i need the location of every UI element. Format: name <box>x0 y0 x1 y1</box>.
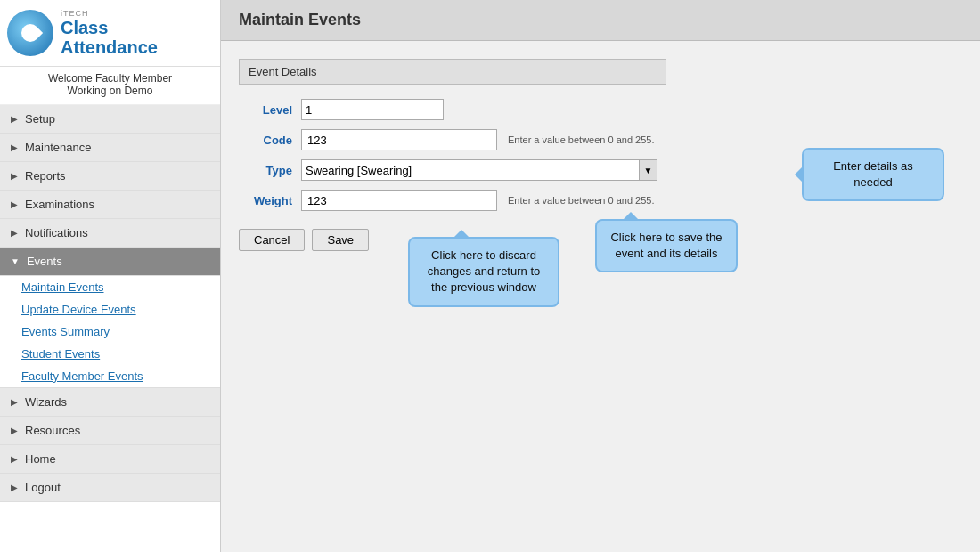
sidebar-subnav-maintain-events[interactable]: Maintain Events <box>0 276 220 298</box>
chevron-right-icon: ▶ <box>11 171 18 181</box>
app-logo <box>7 10 53 56</box>
save-tooltip-text: Click here to save the event and its det… <box>610 231 722 260</box>
sidebar-subnav-update-device-events[interactable]: Update Device Events <box>0 298 220 321</box>
type-select-wrap: Swearing [Swearing] Tardiness [Tardiness… <box>301 159 657 181</box>
sidebar-subnav-student-events[interactable]: Student Events <box>0 343 220 365</box>
chevron-right-icon: ▶ <box>11 483 18 492</box>
cancel-button[interactable]: Cancel <box>239 229 305 251</box>
page-header: Maintain Events <box>221 0 980 41</box>
sidebar-subnav-faculty-member-events[interactable]: Faculty Member Events <box>0 365 220 387</box>
level-label: Level <box>239 103 292 117</box>
sidebar-subnav-events-summary[interactable]: Events Summary <box>0 321 220 343</box>
level-select[interactable]: 1 2 3 <box>301 99 444 120</box>
chevron-right-icon: ▶ <box>11 199 18 209</box>
welcome-line2: Working on Demo <box>7 85 213 97</box>
level-row: Level 1 2 3 <box>239 99 962 120</box>
sidebar-item-home[interactable]: ▶ Home <box>0 445 220 474</box>
weight-label: Weight <box>239 194 292 207</box>
itech-label: iTECH <box>61 9 158 18</box>
sidebar-item-label: Logout <box>25 481 61 494</box>
level-select-wrap: 1 2 3 <box>301 99 444 120</box>
sidebar-item-examinations[interactable]: ▶ Examinations <box>0 191 220 219</box>
type-select[interactable]: Swearing [Swearing] Tardiness [Tardiness… <box>301 159 640 181</box>
code-hint: Enter a value between 0 and 255. <box>508 134 655 145</box>
sidebar-item-label: Setup <box>25 112 55 126</box>
enter-details-text: Enter details as needed <box>833 159 913 189</box>
chevron-right-icon: ▶ <box>11 114 18 124</box>
sidebar-item-label: Notifications <box>25 226 88 239</box>
code-label: Code <box>239 134 292 147</box>
save-tooltip: Click here to save the event and its det… <box>595 219 738 272</box>
sidebar-header: iTECH Class Attendance <box>0 0 220 67</box>
sidebar-item-label: Events <box>27 255 62 268</box>
sidebar-item-maintenance[interactable]: ▶ Maintenance <box>0 134 220 162</box>
sidebar-item-label: Home <box>25 452 56 466</box>
chevron-right-icon: ▶ <box>11 142 18 152</box>
app-title-attendance: Attendance <box>61 37 158 57</box>
sidebar-item-label: Reports <box>25 169 66 183</box>
page-title: Maintain Events <box>239 11 962 29</box>
sidebar-item-logout[interactable]: ▶ Logout <box>0 474 220 502</box>
welcome-block: Welcome Faculty Member Working on Demo <box>0 67 220 105</box>
sidebar-item-setup[interactable]: ▶ Setup <box>0 105 220 134</box>
chevron-right-icon: ▶ <box>11 228 18 238</box>
weight-input[interactable] <box>301 190 497 211</box>
form-section-title: Event Details <box>239 59 666 85</box>
sidebar-item-label: Wizards <box>25 395 67 409</box>
chevron-down-icon: ▼ <box>11 256 20 266</box>
app-title-block: iTECH Class Attendance <box>61 9 158 57</box>
sidebar-item-label: Examinations <box>25 198 94 211</box>
sidebar-item-wizards[interactable]: ▶ Wizards <box>0 388 220 417</box>
enter-details-tooltip: Enter details as needed <box>802 148 944 201</box>
sidebar-item-events[interactable]: ▼ Events <box>0 248 220 276</box>
sidebar-item-reports[interactable]: ▶ Reports <box>0 162 220 191</box>
code-input[interactable] <box>301 129 497 150</box>
sidebar-item-resources[interactable]: ▶ Resources <box>0 417 220 445</box>
sidebar-item-notifications[interactable]: ▶ Notifications <box>0 219 220 248</box>
sidebar: iTECH Class Attendance Welcome Faculty M… <box>0 0 221 552</box>
main-content: Maintain Events Event Details Level 1 2 … <box>221 0 980 552</box>
cancel-tooltip: Click here to discard changes and return… <box>408 237 559 307</box>
type-select-arrow[interactable]: ▼ <box>640 159 657 181</box>
events-subnav: Maintain Events Update Device Events Eve… <box>0 276 220 388</box>
cancel-tooltip-text: Click here to discard changes and return… <box>428 248 540 294</box>
save-button[interactable]: Save <box>312 229 369 251</box>
sidebar-item-label: Maintenance <box>25 141 91 154</box>
welcome-line1: Welcome Faculty Member <box>7 72 213 85</box>
type-label: Type <box>239 164 292 177</box>
page-content: Event Details Level 1 2 3 Code Enter a v… <box>221 41 980 552</box>
chevron-right-icon: ▶ <box>11 426 18 435</box>
app-title-class: Class <box>61 18 158 37</box>
chevron-right-icon: ▶ <box>11 397 18 407</box>
chevron-right-icon: ▶ <box>11 454 18 464</box>
sidebar-item-label: Resources <box>25 424 80 437</box>
